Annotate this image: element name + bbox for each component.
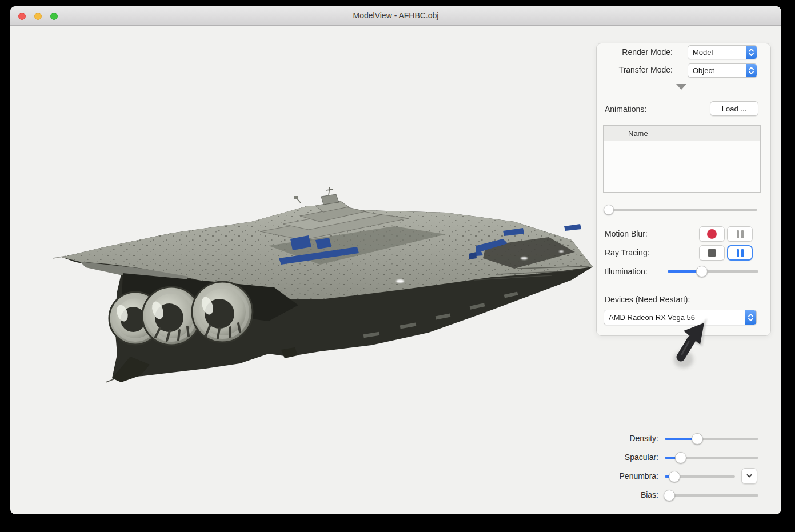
popup-stepper-icon <box>746 64 757 77</box>
transfer-mode-label: Transfer Mode: <box>600 64 673 75</box>
spaceship-model <box>49 187 593 382</box>
window-title: ModelView - AFHBC.obj <box>10 6 781 25</box>
density-slider-knob[interactable] <box>692 433 703 445</box>
render-mode-label: Render Mode: <box>600 46 673 58</box>
transfer-mode-value: Object <box>688 66 746 75</box>
load-button-label: Load ... <box>722 105 746 113</box>
cursor-pointer <box>660 311 717 374</box>
ray-tracing-label: Ray Tracing: <box>605 247 650 258</box>
bias-label: Bias: <box>583 489 658 501</box>
stop-icon <box>708 249 716 257</box>
popup-stepper-icon <box>745 310 756 325</box>
popup-stepper-icon <box>746 46 757 59</box>
motion-blur-record-button[interactable] <box>699 226 725 242</box>
bias-slider[interactable] <box>665 490 758 501</box>
ray-tracing-stop-button[interactable] <box>699 245 725 261</box>
animation-slider-knob[interactable] <box>604 205 614 215</box>
devices-label: Devices (Need Restart): <box>605 294 690 305</box>
screen: ModelView - AFHBC.obj <box>0 0 795 532</box>
animations-label: Animations: <box>605 103 646 115</box>
animation-slider-track[interactable] <box>606 209 757 211</box>
shadow-options-expand-button[interactable] <box>741 468 757 484</box>
motion-blur-pause-button[interactable] <box>727 226 753 242</box>
pause-icon <box>741 249 744 257</box>
illumination-slider[interactable] <box>668 266 758 277</box>
animations-table[interactable]: Name <box>603 125 761 193</box>
motion-blur-label: Motion Blur: <box>605 228 648 239</box>
pause-icon <box>741 230 744 238</box>
illumination-slider-knob[interactable] <box>696 266 708 277</box>
render-mode-value: Model <box>688 48 746 57</box>
animation-position-slider[interactable] <box>606 204 757 215</box>
ray-tracing-pause-button[interactable] <box>727 245 753 261</box>
render-mode-select[interactable]: Model <box>688 45 757 59</box>
bias-slider-track[interactable] <box>665 494 758 497</box>
spacular-label: Spacular: <box>583 451 658 463</box>
spacular-slider[interactable] <box>665 452 758 463</box>
penumbra-label: Penumbra: <box>583 470 658 482</box>
pause-icon <box>737 230 739 238</box>
transfer-mode-select[interactable]: Object <box>688 63 757 78</box>
pause-icon <box>737 249 739 257</box>
spacular-slider-knob[interactable] <box>675 452 686 463</box>
bias-slider-knob[interactable] <box>664 490 675 501</box>
density-slider[interactable] <box>665 433 758 445</box>
disclosure-triangle-button[interactable] <box>676 84 686 90</box>
table-name-column-header: Name <box>624 129 648 138</box>
animations-table-header: Name <box>604 126 760 141</box>
model-3d-viewport[interactable] <box>49 186 606 394</box>
penumbra-slider-knob[interactable] <box>669 471 680 482</box>
chevron-down-icon <box>745 472 753 480</box>
density-label: Density: <box>583 433 658 444</box>
illumination-label: Illumination: <box>605 266 648 277</box>
record-icon <box>707 229 717 239</box>
table-checkbox-column <box>604 126 624 141</box>
penumbra-slider[interactable] <box>665 471 735 482</box>
load-animations-button[interactable]: Load ... <box>710 101 758 116</box>
